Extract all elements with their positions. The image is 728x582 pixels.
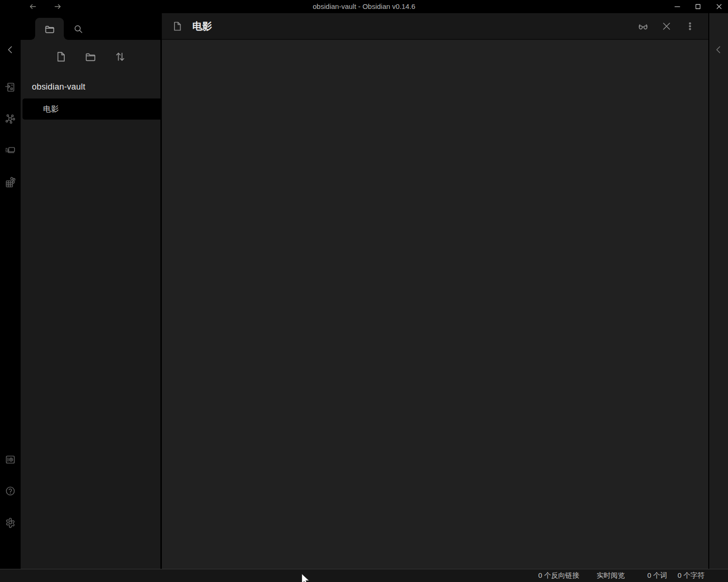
chevron-left-icon xyxy=(5,44,16,55)
workspace: obsidian-vault 电影 电影 xyxy=(0,13,728,569)
status-backlinks: 0 个反向链接 xyxy=(538,571,579,580)
reading-mode-button[interactable] xyxy=(637,21,649,32)
status-char-count: 0 个字符 xyxy=(677,571,705,580)
search-icon xyxy=(73,23,84,35)
left-sidebar: obsidian-vault 电影 xyxy=(21,13,160,569)
gear-icon xyxy=(5,517,16,528)
tab-search[interactable] xyxy=(64,18,92,40)
quick-switcher-button[interactable] xyxy=(5,82,16,93)
glasses-icon xyxy=(637,21,649,32)
right-sidebar-collapsed xyxy=(708,13,728,569)
obsidian-window: obsidian-vault - Obsidian v0.14.6 xyxy=(0,0,728,582)
sort-arrows-icon xyxy=(114,51,126,63)
collapse-left-sidebar-button[interactable] xyxy=(5,44,16,55)
maximize-button[interactable] xyxy=(694,2,702,11)
help-button[interactable] xyxy=(5,485,16,497)
titlebar: obsidian-vault - Obsidian v0.14.6 xyxy=(0,0,728,13)
new-note-button[interactable] xyxy=(55,51,67,63)
more-options-button[interactable] xyxy=(684,21,696,32)
status-edit-mode: 实时阅览 xyxy=(597,571,625,580)
view-actions xyxy=(637,21,696,32)
grid-blocks-button[interactable] xyxy=(5,176,16,188)
new-folder-icon xyxy=(84,51,97,63)
file-explorer-panel: obsidian-vault 电影 xyxy=(21,40,160,569)
new-folder-button[interactable] xyxy=(84,51,97,63)
close-icon xyxy=(661,21,672,32)
view-header: 电影 xyxy=(162,13,708,40)
folder-icon xyxy=(44,23,55,35)
help-icon xyxy=(5,485,16,497)
minimize-button[interactable] xyxy=(673,2,682,11)
quick-switcher-icon xyxy=(5,82,16,93)
new-note-icon xyxy=(55,51,67,63)
status-bar: 0 个反向链接 实时阅览 0 个词 0 个字符 xyxy=(0,569,728,582)
tab-file-explorer[interactable] xyxy=(35,18,64,40)
note-title: 电影 xyxy=(192,20,212,33)
left-ribbon xyxy=(0,13,21,569)
window-title: obsidian-vault - Obsidian v0.14.6 xyxy=(0,0,728,13)
editor-pane: 电影 xyxy=(162,13,708,569)
kebab-menu-icon xyxy=(684,21,696,32)
editor-content[interactable] xyxy=(162,40,708,569)
open-vault-button[interactable] xyxy=(5,454,16,465)
file-item-label: 电影 xyxy=(43,104,59,114)
expand-right-sidebar-button[interactable] xyxy=(713,44,724,55)
history-forward-button[interactable] xyxy=(53,2,62,11)
arrow-left-icon xyxy=(28,2,38,11)
minimize-icon xyxy=(673,2,682,11)
status-word-count: 0 个词 xyxy=(647,571,667,580)
explorer-toolbar xyxy=(21,51,160,63)
sidebar-tab-strip xyxy=(21,13,160,40)
card-motion-button[interactable] xyxy=(5,144,16,156)
maximize-icon xyxy=(694,2,702,11)
arrow-right-icon xyxy=(53,2,62,11)
vault-title[interactable]: obsidian-vault xyxy=(32,82,85,92)
note-icon xyxy=(172,21,183,32)
close-note-button[interactable] xyxy=(661,21,672,32)
close-window-button[interactable] xyxy=(715,2,723,11)
file-item-selected[interactable]: 电影 xyxy=(23,98,160,120)
graph-view-icon xyxy=(5,113,16,124)
close-icon xyxy=(715,2,723,11)
settings-button[interactable] xyxy=(5,517,16,528)
sort-order-button[interactable] xyxy=(114,51,126,63)
graph-view-button[interactable] xyxy=(5,113,16,124)
history-back-button[interactable] xyxy=(28,2,38,11)
card-motion-icon xyxy=(5,144,16,156)
grid-blocks-icon xyxy=(5,176,16,188)
vault-icon xyxy=(5,454,16,465)
chevron-left-icon xyxy=(713,44,724,55)
